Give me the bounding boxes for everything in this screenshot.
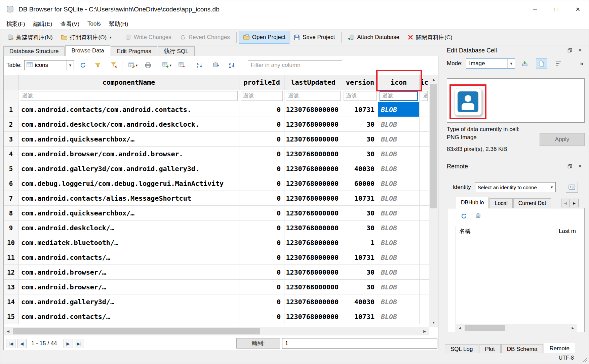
partial-cell[interactable]	[420, 235, 429, 250]
tab-scroll-left-button[interactable]: ◀	[561, 199, 570, 207]
version-cell[interactable]: 40030	[342, 161, 378, 176]
icon-blob-cell[interactable]: BLOB	[378, 161, 420, 176]
last-modified-column-header[interactable]: Last m	[559, 228, 577, 235]
menu-file[interactable]: 檔案(F)	[2, 19, 29, 29]
filter-input-version[interactable]: 過濾	[344, 91, 377, 101]
scroll-left-arrow[interactable]: ◀	[4, 327, 12, 335]
toolbar-overflow-button[interactable]: »	[580, 60, 583, 67]
row-number-cell[interactable]: 7	[4, 191, 18, 206]
close-panel-button[interactable]: ×	[577, 163, 583, 170]
close-database-button[interactable]: 關閉資料庫(C)	[403, 31, 457, 44]
version-cell[interactable]: 30	[342, 132, 378, 147]
column-header-version[interactable]: version	[342, 75, 378, 90]
column-divider[interactable]	[556, 227, 556, 235]
version-cell[interactable]: 10731	[342, 309, 378, 324]
mode-select[interactable]: Image ▼	[466, 58, 515, 69]
partial-cell[interactable]	[420, 102, 429, 117]
version-cell[interactable]: 30	[342, 206, 378, 220]
float-panel-button[interactable]	[566, 47, 573, 54]
icon-blob-cell[interactable]: BLOB	[378, 294, 420, 309]
icon-blob-cell[interactable]: BLOB	[378, 102, 420, 117]
profileid-cell[interactable]: 0	[239, 250, 284, 265]
table-row[interactable]: 7 com.android.contacts/alias.MessageShor…	[4, 191, 429, 206]
new-record-button[interactable]: ▾	[159, 60, 174, 70]
table-row[interactable]: 14 com.android.gallery3d/… 0 12307680000…	[4, 294, 429, 309]
remote-horizontal-scrollbar[interactable]: ◀ ▶	[456, 324, 577, 332]
clone-database-button[interactable]	[474, 212, 482, 220]
filter-input-icon[interactable]: 過濾	[380, 91, 418, 101]
lastupdated-cell[interactable]: 1230768000000	[284, 265, 342, 280]
lastupdated-cell[interactable]: 1230768000000	[284, 102, 342, 117]
row-number-cell[interactable]: 1	[4, 102, 18, 117]
encoding-indicator[interactable]: UTF-8	[559, 355, 574, 361]
scroll-right-arrow[interactable]: ▶	[569, 324, 577, 332]
componentname-cell[interactable]: com.android.gallery3d/…	[18, 294, 239, 309]
attach-database-button[interactable]: Attach Database	[344, 31, 403, 44]
lastupdated-cell[interactable]: 1230768000000	[284, 309, 342, 324]
vertical-scrollbar-thumb[interactable]	[430, 84, 437, 208]
profileid-cell[interactable]: 0	[239, 280, 284, 294]
minimize-button[interactable]: ─	[524, 0, 546, 18]
partial-cell[interactable]	[420, 206, 429, 220]
version-cell[interactable]: 10731	[342, 191, 378, 206]
menu-view[interactable]: 查看(V)	[56, 19, 83, 29]
icon-blob-cell[interactable]: BLOB	[378, 280, 420, 294]
revert-changes-button[interactable]: Revert Changes	[175, 31, 234, 44]
remote-refresh-button[interactable]	[460, 212, 468, 220]
write-changes-button[interactable]: Write Changes	[121, 31, 175, 44]
table-row[interactable]: 6 com.debug.loggerui/com.debug.loggerui.…	[4, 176, 429, 191]
row-number-cell[interactable]: 4	[4, 147, 18, 161]
filter-input-componentname[interactable]: 過濾	[20, 91, 238, 101]
table-row[interactable]: 3 com.android.quicksearchbox/… 0 1230768…	[4, 132, 429, 147]
filter-input-profileid[interactable]: 過濾	[241, 91, 283, 101]
float-panel-button[interactable]	[566, 163, 573, 170]
tab-scroll-right-button[interactable]: ▶	[570, 199, 579, 207]
menu-edit[interactable]: 編輯(E)	[29, 19, 56, 29]
icon-blob-cell[interactable]: BLOB	[378, 147, 420, 161]
table-row[interactable]: 12 com.android.browser/… 0 1230768000000…	[4, 265, 429, 280]
tab-db-schema[interactable]: DB Schema	[501, 344, 543, 354]
close-panel-button[interactable]: ×	[577, 47, 583, 54]
componentname-cell[interactable]: com.android.gallery3d/com.android.galler…	[18, 161, 239, 176]
row-number-cell[interactable]: 2	[4, 117, 18, 132]
version-cell[interactable]: 10731	[342, 102, 378, 117]
tab-database-structure[interactable]: Database Structure	[3, 46, 65, 56]
lastupdated-cell[interactable]: 1230768000000	[284, 280, 342, 294]
identity-select[interactable]: Select an identity to conne ▼	[475, 182, 556, 192]
lastupdated-cell[interactable]: 1230768000000	[284, 161, 342, 176]
open-project-button[interactable]: Open Project	[239, 31, 289, 44]
row-number-cell[interactable]: 14	[4, 294, 18, 309]
partial-cell[interactable]	[420, 220, 429, 235]
scroll-right-arrow[interactable]: ▶	[420, 327, 429, 335]
horizontal-scrollbar[interactable]: ◀ ▶	[4, 327, 429, 335]
row-number-cell[interactable]: 12	[4, 265, 18, 280]
row-number-cell[interactable]: 6	[4, 176, 18, 191]
menu-help[interactable]: 幫助(H)	[105, 19, 132, 29]
save-project-button[interactable]: Save Project	[289, 31, 339, 44]
version-cell[interactable]: 30	[342, 220, 378, 235]
version-cell[interactable]: 60000	[342, 176, 378, 191]
icon-blob-cell[interactable]: BLOB	[378, 176, 420, 191]
componentname-cell[interactable]: com.android.contacts/…	[18, 309, 239, 324]
profileid-cell[interactable]: 0	[239, 220, 284, 235]
componentname-cell[interactable]: com.debug.loggerui/com.debug.loggerui.Ma…	[18, 176, 239, 191]
menu-tools[interactable]: Tools	[83, 19, 105, 29]
table-row[interactable]: 9 com.android.deskclock/… 0 123076800000…	[4, 220, 429, 235]
profileid-cell[interactable]: 0	[239, 309, 284, 324]
horizontal-scrollbar-thumb[interactable]	[13, 328, 260, 334]
tab-plot[interactable]: Plot	[479, 344, 500, 354]
row-number-cell[interactable]: 8	[4, 206, 18, 220]
sort-ascending-button[interactable]: AZ	[195, 60, 205, 70]
corner-header[interactable]	[4, 75, 18, 90]
print-button[interactable]	[143, 60, 153, 70]
scroll-left-arrow[interactable]: ◀	[456, 324, 464, 332]
row-number-cell[interactable]: 5	[4, 161, 18, 176]
name-column-header[interactable]: 名稱	[459, 227, 471, 235]
profileid-cell[interactable]: 0	[239, 191, 284, 206]
row-number-cell[interactable]: 10	[4, 235, 18, 250]
lastupdated-cell[interactable]: 1230768000000	[284, 206, 342, 220]
partial-cell[interactable]	[420, 250, 429, 265]
filter-input-partial[interactable]: 過濾	[421, 91, 428, 101]
icon-blob-cell[interactable]: BLOB	[378, 117, 420, 132]
icon-blob-cell[interactable]: BLOB	[378, 191, 420, 206]
